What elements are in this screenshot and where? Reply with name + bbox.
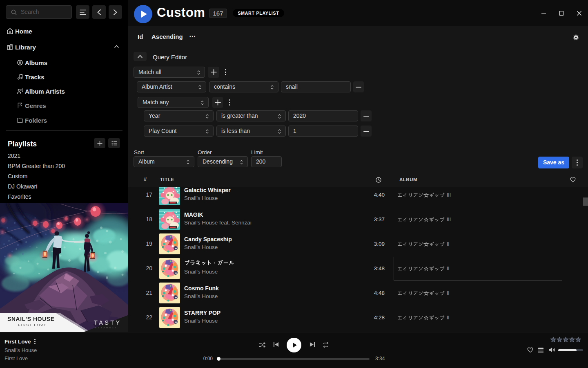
svg-text:BETAMAXI: BETAMAXI bbox=[95, 326, 117, 329]
svg-text:TASTY: TASTY bbox=[94, 319, 122, 326]
svg-text:FIRST LOVE: FIRST LOVE bbox=[18, 323, 47, 327]
svg-text:SNAIL’S HOUSE: SNAIL’S HOUSE bbox=[7, 316, 55, 322]
